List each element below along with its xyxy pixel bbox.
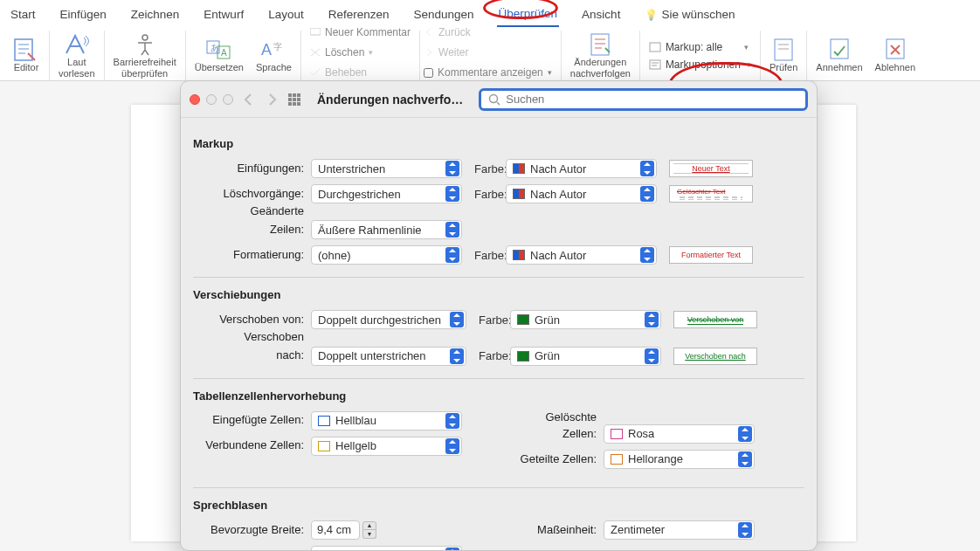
show-comments-check[interactable] <box>424 68 433 78</box>
grp-language: あA Übersetzen A字 Sprache <box>186 31 301 80</box>
markup-display[interactable]: Markup: alle▾ <box>649 41 749 53</box>
val-mrg-cells: Hellgelb <box>335 439 445 452</box>
sel-mto-color[interactable]: Grün <box>510 347 661 366</box>
svg-rect-12 <box>775 39 792 60</box>
btn-resolve[interactable]: Beheben <box>310 66 367 79</box>
step-up[interactable]: ▲ <box>362 521 376 530</box>
editor-label: Editor <box>14 63 39 73</box>
btn-delete-comment[interactable]: Löschen ▾ <box>310 46 373 59</box>
sel-moved-to[interactable]: Doppelt unterstrichen <box>311 347 466 366</box>
lbl-color-4: Farbe: <box>466 313 510 327</box>
ribbon-tabs: Start Einfügen Zeichnen Entwurf Layout R… <box>0 0 980 31</box>
btn-show-comments[interactable]: Kommentare anzeigen ▾ <box>424 66 552 79</box>
tab-design[interactable]: Entwurf <box>202 6 245 26</box>
val-moved-to: Doppelt unterstrichen <box>318 349 450 362</box>
btn-prev-comment[interactable]: Zurück <box>424 26 471 38</box>
sel-formatting[interactable]: (ohne) <box>311 245 462 265</box>
tab-layout[interactable]: Layout <box>266 6 306 26</box>
grp-read-aloud[interactable]: Laut vorlesen <box>50 31 105 80</box>
sheet-title: Änderungen nachverfo… <box>317 93 463 107</box>
svg-text:A: A <box>261 41 272 59</box>
lbl-color-1: Farbe: <box>462 162 506 176</box>
sel-deletions[interactable]: Durchgestrichen <box>311 184 462 203</box>
svg-rect-23 <box>297 102 300 106</box>
sel-insertions[interactable]: Unterstrichen <box>311 159 462 178</box>
stepper-width[interactable]: 9,4 cm ▲▼ <box>311 520 376 540</box>
chevron-updown-icon <box>445 161 459 176</box>
svg-rect-17 <box>297 93 300 97</box>
lbl-moved-from: Verschoben von: <box>193 313 311 326</box>
sel-mfrom-color[interactable]: Grün <box>510 310 661 329</box>
sel-del-color[interactable]: Nach Autor <box>506 184 657 203</box>
chevron-updown-icon <box>645 348 659 364</box>
minimize-button[interactable] <box>206 94 217 105</box>
grp-editor[interactable]: Editor <box>3 31 50 80</box>
tab-insert[interactable]: Einfügen <box>59 6 108 26</box>
grid-icon[interactable] <box>287 93 301 107</box>
sel-moved-from[interactable]: Doppelt durchgestrichen <box>311 310 466 329</box>
svg-text:字: 字 <box>273 42 282 52</box>
width-field[interactable]: 9,4 cm <box>311 520 360 540</box>
sel-margin[interactable]: Rechts <box>311 546 462 550</box>
ribbon: Editor Laut vorlesen Barrierefreiheit üb… <box>0 31 980 81</box>
markup-options[interactable]: Markupoptionen▾ <box>649 59 751 71</box>
tab-draw[interactable]: Zeichnen <box>129 6 182 26</box>
tab-tellme[interactable]: Sie wünschen <box>643 6 736 26</box>
tab-references[interactable]: Referenzen <box>327 6 391 26</box>
swatch-author-icon <box>513 250 525 260</box>
editor-icon <box>12 38 40 62</box>
btn-reject[interactable]: Ablehnen <box>875 38 916 73</box>
search-input[interactable] <box>506 93 798 106</box>
btn-new-comment[interactable]: Neuer Kommentar <box>310 26 411 38</box>
sel-ins-color[interactable]: Nach Autor <box>506 159 657 178</box>
grp-accessibility[interactable]: Barrierefreiheit überprüfen <box>105 31 186 80</box>
btn-accept[interactable]: Annehmen <box>816 38 862 73</box>
sel-fmt-color[interactable]: Nach Autor <box>506 245 657 265</box>
btn-next-comment[interactable]: Weiter <box>424 46 468 59</box>
tab-mailings[interactable]: Sendungen <box>411 6 475 26</box>
grp-check[interactable]: Prüfen <box>761 31 807 80</box>
sel-split-cells[interactable]: Hellorange <box>604 450 755 469</box>
val-moved-from: Doppelt durchgestrichen <box>318 313 450 327</box>
search-field[interactable] <box>479 88 808 111</box>
grp-comments: Neuer Kommentar Löschen ▾ Beheben <box>301 31 420 80</box>
btn-translate[interactable]: あA Übersetzen <box>195 38 244 73</box>
markup-opt-label: Markupoptionen <box>666 59 741 71</box>
sel-unit[interactable]: Zentimeter <box>604 520 755 540</box>
track-2: nachverfolgen <box>570 69 631 79</box>
lbl-changed: Geänderte <box>193 205 311 217</box>
preview-mto: Verschoben nach <box>673 348 757 365</box>
nav-back-icon[interactable] <box>242 93 256 107</box>
tab-review[interactable]: Überprüfen <box>497 5 560 27</box>
grp-track-changes[interactable]: Änderungen nachverfolgen <box>562 31 640 80</box>
sel-mrg-cells[interactable]: Hellgelb <box>311 437 462 456</box>
sel-ins-cells[interactable]: Hellblau <box>311 411 462 430</box>
new-comment-label: Neuer Kommentar <box>325 26 411 38</box>
val-fmt-color: Nach Autor <box>530 249 640 262</box>
svg-rect-15 <box>288 93 292 97</box>
tab-view[interactable]: Ansicht <box>580 6 622 26</box>
sel-del-cells[interactable]: Rosa <box>604 424 755 444</box>
svg-rect-9 <box>591 34 609 55</box>
nav-fwd-icon[interactable] <box>265 93 279 107</box>
section-markup: Markup <box>193 137 804 150</box>
val-deletions: Durchgestrichen <box>318 188 445 201</box>
btn-language[interactable]: A字 Sprache <box>256 38 292 73</box>
lbl-del-cells-2: Zellen: <box>516 428 604 440</box>
close-button[interactable] <box>190 94 200 105</box>
svg-point-1 <box>142 35 148 40</box>
svg-rect-11 <box>650 60 660 69</box>
divider <box>193 487 804 488</box>
lbl-pref-width: Bevorzugte Breite: <box>193 524 311 536</box>
svg-point-24 <box>490 94 498 102</box>
tab-start[interactable]: Start <box>9 6 38 26</box>
lbl-formatting: Formatierung: <box>193 249 311 261</box>
zoom-button[interactable] <box>223 94 233 105</box>
chevron-updown-icon <box>738 522 752 538</box>
lbl-color-5: Farbe: <box>466 349 510 362</box>
check-label: Prüfen <box>770 63 797 73</box>
svg-rect-13 <box>831 39 848 59</box>
val-del-color: Nach Autor <box>530 188 640 201</box>
step-down[interactable]: ▼ <box>362 530 376 539</box>
sel-lines[interactable]: Äußere Rahmenlinie <box>311 220 462 239</box>
